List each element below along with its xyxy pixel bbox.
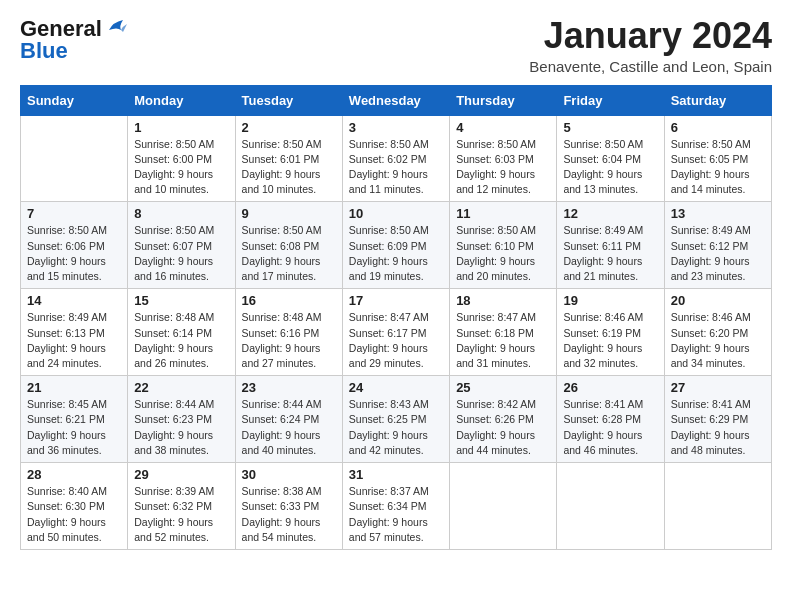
day-number: 17	[349, 293, 443, 308]
calendar-cell: 23Sunrise: 8:44 AM Sunset: 6:24 PM Dayli…	[235, 376, 342, 463]
day-info: Sunrise: 8:48 AM Sunset: 6:16 PM Dayligh…	[242, 310, 336, 371]
calendar-week-4: 21Sunrise: 8:45 AM Sunset: 6:21 PM Dayli…	[21, 376, 772, 463]
calendar-cell: 24Sunrise: 8:43 AM Sunset: 6:25 PM Dayli…	[342, 376, 449, 463]
day-info: Sunrise: 8:50 AM Sunset: 6:04 PM Dayligh…	[563, 137, 657, 198]
day-number: 8	[134, 206, 228, 221]
day-number: 27	[671, 380, 765, 395]
calendar-cell: 10Sunrise: 8:50 AM Sunset: 6:09 PM Dayli…	[342, 202, 449, 289]
header-row: SundayMondayTuesdayWednesdayThursdayFrid…	[21, 85, 772, 115]
day-number: 19	[563, 293, 657, 308]
day-number: 18	[456, 293, 550, 308]
calendar-cell: 12Sunrise: 8:49 AM Sunset: 6:11 PM Dayli…	[557, 202, 664, 289]
day-number: 3	[349, 120, 443, 135]
day-number: 26	[563, 380, 657, 395]
month-title: January 2024	[529, 16, 772, 56]
day-info: Sunrise: 8:45 AM Sunset: 6:21 PM Dayligh…	[27, 397, 121, 458]
calendar-cell	[450, 463, 557, 550]
calendar-cell: 22Sunrise: 8:44 AM Sunset: 6:23 PM Dayli…	[128, 376, 235, 463]
calendar-body: 1Sunrise: 8:50 AM Sunset: 6:00 PM Daylig…	[21, 115, 772, 549]
day-number: 12	[563, 206, 657, 221]
calendar-cell: 19Sunrise: 8:46 AM Sunset: 6:19 PM Dayli…	[557, 289, 664, 376]
day-info: Sunrise: 8:40 AM Sunset: 6:30 PM Dayligh…	[27, 484, 121, 545]
header-cell-tuesday: Tuesday	[235, 85, 342, 115]
day-number: 2	[242, 120, 336, 135]
day-info: Sunrise: 8:49 AM Sunset: 6:12 PM Dayligh…	[671, 223, 765, 284]
calendar-cell: 15Sunrise: 8:48 AM Sunset: 6:14 PM Dayli…	[128, 289, 235, 376]
calendar-cell: 26Sunrise: 8:41 AM Sunset: 6:28 PM Dayli…	[557, 376, 664, 463]
calendar-cell: 30Sunrise: 8:38 AM Sunset: 6:33 PM Dayli…	[235, 463, 342, 550]
day-info: Sunrise: 8:46 AM Sunset: 6:19 PM Dayligh…	[563, 310, 657, 371]
day-number: 30	[242, 467, 336, 482]
day-number: 10	[349, 206, 443, 221]
day-info: Sunrise: 8:47 AM Sunset: 6:17 PM Dayligh…	[349, 310, 443, 371]
calendar-table: SundayMondayTuesdayWednesdayThursdayFrid…	[20, 85, 772, 550]
day-info: Sunrise: 8:44 AM Sunset: 6:24 PM Dayligh…	[242, 397, 336, 458]
day-number: 25	[456, 380, 550, 395]
day-number: 23	[242, 380, 336, 395]
day-number: 9	[242, 206, 336, 221]
day-info: Sunrise: 8:50 AM Sunset: 6:07 PM Dayligh…	[134, 223, 228, 284]
logo-blue: Blue	[20, 38, 68, 64]
day-number: 1	[134, 120, 228, 135]
title-section: January 2024 Benavente, Castille and Leo…	[529, 16, 772, 75]
calendar-cell: 2Sunrise: 8:50 AM Sunset: 6:01 PM Daylig…	[235, 115, 342, 202]
calendar-cell: 1Sunrise: 8:50 AM Sunset: 6:00 PM Daylig…	[128, 115, 235, 202]
day-info: Sunrise: 8:50 AM Sunset: 6:02 PM Dayligh…	[349, 137, 443, 198]
day-number: 13	[671, 206, 765, 221]
calendar-cell: 13Sunrise: 8:49 AM Sunset: 6:12 PM Dayli…	[664, 202, 771, 289]
day-number: 21	[27, 380, 121, 395]
calendar-cell	[664, 463, 771, 550]
day-number: 29	[134, 467, 228, 482]
calendar-cell: 25Sunrise: 8:42 AM Sunset: 6:26 PM Dayli…	[450, 376, 557, 463]
calendar-week-1: 1Sunrise: 8:50 AM Sunset: 6:00 PM Daylig…	[21, 115, 772, 202]
day-info: Sunrise: 8:50 AM Sunset: 6:05 PM Dayligh…	[671, 137, 765, 198]
header-cell-sunday: Sunday	[21, 85, 128, 115]
day-number: 4	[456, 120, 550, 135]
calendar-cell: 16Sunrise: 8:48 AM Sunset: 6:16 PM Dayli…	[235, 289, 342, 376]
calendar-header: SundayMondayTuesdayWednesdayThursdayFrid…	[21, 85, 772, 115]
calendar-week-2: 7Sunrise: 8:50 AM Sunset: 6:06 PM Daylig…	[21, 202, 772, 289]
calendar-cell: 14Sunrise: 8:49 AM Sunset: 6:13 PM Dayli…	[21, 289, 128, 376]
day-info: Sunrise: 8:50 AM Sunset: 6:08 PM Dayligh…	[242, 223, 336, 284]
day-info: Sunrise: 8:50 AM Sunset: 6:06 PM Dayligh…	[27, 223, 121, 284]
day-info: Sunrise: 8:37 AM Sunset: 6:34 PM Dayligh…	[349, 484, 443, 545]
calendar-cell: 8Sunrise: 8:50 AM Sunset: 6:07 PM Daylig…	[128, 202, 235, 289]
day-info: Sunrise: 8:47 AM Sunset: 6:18 PM Dayligh…	[456, 310, 550, 371]
day-number: 31	[349, 467, 443, 482]
calendar-week-5: 28Sunrise: 8:40 AM Sunset: 6:30 PM Dayli…	[21, 463, 772, 550]
day-number: 15	[134, 293, 228, 308]
header-cell-wednesday: Wednesday	[342, 85, 449, 115]
day-info: Sunrise: 8:42 AM Sunset: 6:26 PM Dayligh…	[456, 397, 550, 458]
calendar-cell: 7Sunrise: 8:50 AM Sunset: 6:06 PM Daylig…	[21, 202, 128, 289]
day-info: Sunrise: 8:49 AM Sunset: 6:13 PM Dayligh…	[27, 310, 121, 371]
day-number: 7	[27, 206, 121, 221]
day-info: Sunrise: 8:38 AM Sunset: 6:33 PM Dayligh…	[242, 484, 336, 545]
calendar-cell: 11Sunrise: 8:50 AM Sunset: 6:10 PM Dayli…	[450, 202, 557, 289]
calendar-cell: 20Sunrise: 8:46 AM Sunset: 6:20 PM Dayli…	[664, 289, 771, 376]
calendar-cell: 27Sunrise: 8:41 AM Sunset: 6:29 PM Dayli…	[664, 376, 771, 463]
day-number: 14	[27, 293, 121, 308]
day-info: Sunrise: 8:44 AM Sunset: 6:23 PM Dayligh…	[134, 397, 228, 458]
day-number: 20	[671, 293, 765, 308]
day-number: 28	[27, 467, 121, 482]
day-info: Sunrise: 8:39 AM Sunset: 6:32 PM Dayligh…	[134, 484, 228, 545]
page-header: General Blue January 2024 Benavente, Cas…	[20, 16, 772, 75]
day-info: Sunrise: 8:48 AM Sunset: 6:14 PM Dayligh…	[134, 310, 228, 371]
logo-bird-icon	[105, 16, 127, 38]
calendar-cell: 31Sunrise: 8:37 AM Sunset: 6:34 PM Dayli…	[342, 463, 449, 550]
calendar-cell	[557, 463, 664, 550]
day-info: Sunrise: 8:41 AM Sunset: 6:29 PM Dayligh…	[671, 397, 765, 458]
calendar-cell: 9Sunrise: 8:50 AM Sunset: 6:08 PM Daylig…	[235, 202, 342, 289]
day-info: Sunrise: 8:49 AM Sunset: 6:11 PM Dayligh…	[563, 223, 657, 284]
day-number: 5	[563, 120, 657, 135]
calendar-cell: 3Sunrise: 8:50 AM Sunset: 6:02 PM Daylig…	[342, 115, 449, 202]
day-info: Sunrise: 8:50 AM Sunset: 6:09 PM Dayligh…	[349, 223, 443, 284]
calendar-cell: 5Sunrise: 8:50 AM Sunset: 6:04 PM Daylig…	[557, 115, 664, 202]
logo: General Blue	[20, 16, 127, 64]
calendar-cell: 29Sunrise: 8:39 AM Sunset: 6:32 PM Dayli…	[128, 463, 235, 550]
day-info: Sunrise: 8:50 AM Sunset: 6:01 PM Dayligh…	[242, 137, 336, 198]
day-info: Sunrise: 8:50 AM Sunset: 6:03 PM Dayligh…	[456, 137, 550, 198]
calendar-cell: 6Sunrise: 8:50 AM Sunset: 6:05 PM Daylig…	[664, 115, 771, 202]
header-cell-monday: Monday	[128, 85, 235, 115]
day-info: Sunrise: 8:43 AM Sunset: 6:25 PM Dayligh…	[349, 397, 443, 458]
